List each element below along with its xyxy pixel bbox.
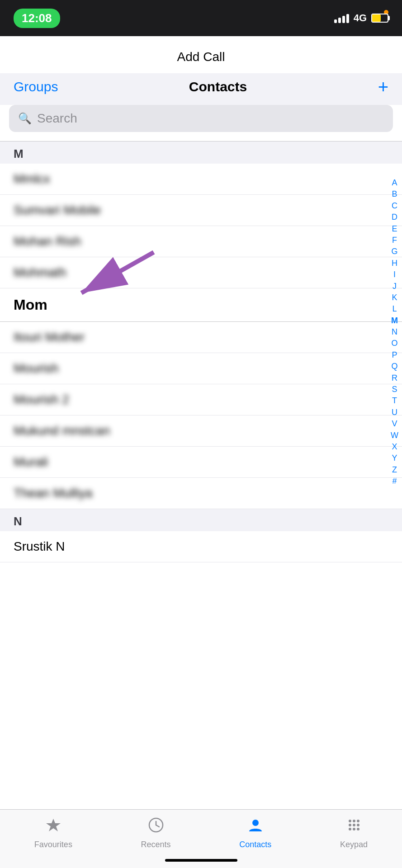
contact-list: M Mmlcx Sumvari Mobile Mohan Rish Mohmat… [0,142,402,809]
alpha-h[interactable]: H [392,258,397,269]
alpha-p[interactable]: P [392,350,397,360]
status-bar: 12:08 4G [0,0,402,36]
alpha-y[interactable]: Y [392,453,397,463]
list-item[interactable]: Mukund mnstcan [0,415,402,447]
clock-icon [148,817,164,837]
tab-keypad-label: Keypad [340,840,368,849]
alpha-a[interactable]: A [392,178,397,188]
list-item[interactable]: Mohan Rish [0,226,402,257]
search-placeholder: Search [37,111,77,126]
alphabet-index: A B C D E F G H I J K L M N O P Q R S T … [391,178,398,487]
alpha-e[interactable]: E [392,224,397,234]
contacts-title: Contacts [189,79,247,94]
search-bar[interactable]: 🔍 Search [9,105,393,132]
tab-keypad[interactable]: Keypad [340,817,368,849]
alpha-z[interactable]: Z [392,465,397,475]
alpha-r[interactable]: R [392,373,397,383]
alpha-j[interactable]: J [393,281,397,292]
list-item[interactable]: Itouri Mother [0,322,402,353]
add-contact-button[interactable]: + [378,78,388,96]
list-item[interactable]: Sumvari Mobile [0,195,402,226]
alpha-f[interactable]: F [392,235,397,245]
alpha-k[interactable]: K [392,292,397,303]
signal-bars [334,13,349,23]
svg-point-8 [353,820,355,822]
svg-point-9 [357,820,359,822]
tab-contacts[interactable]: Contacts [239,817,271,849]
svg-point-15 [357,828,359,830]
alpha-i[interactable]: I [393,269,396,280]
list-item[interactable]: Mourish 2 [0,384,402,415]
battery-fill [372,14,381,22]
list-item[interactable]: Thean Mulliya [0,478,402,509]
status-time: 12:08 [14,9,60,28]
alpha-t[interactable]: T [392,396,397,406]
tab-favourites[interactable]: Favourites [34,817,72,849]
alpha-c[interactable]: C [392,201,397,211]
alpha-o[interactable]: O [391,338,397,349]
tab-contacts-label: Contacts [239,840,271,849]
alpha-n[interactable]: N [392,327,397,337]
svg-marker-2 [46,819,61,831]
alpha-hash[interactable]: # [392,476,397,486]
tab-recents[interactable]: Recents [141,817,171,849]
svg-point-6 [252,820,259,826]
alpha-b[interactable]: B [392,189,397,199]
svg-point-7 [349,820,351,822]
keypad-icon [346,817,362,837]
svg-point-13 [349,828,351,830]
section-header-n: N [0,509,402,531]
list-item[interactable]: Mohmath [0,257,402,288]
svg-point-14 [353,828,355,830]
person-icon [247,817,264,837]
tab-recents-label: Recents [141,840,171,849]
section-header-m: M [0,142,402,164]
list-item[interactable]: Mourish [0,353,402,384]
svg-line-5 [156,825,159,827]
alpha-u[interactable]: U [392,407,397,418]
svg-point-11 [353,824,355,826]
mom-contact-item[interactable]: Mom [0,288,402,322]
alpha-l[interactable]: L [392,304,397,314]
svg-point-12 [357,824,359,826]
main-content: Add Call Groups Contacts + 🔍 Search M Mm… [0,36,402,809]
star-icon [45,817,61,837]
list-item[interactable]: Mmlcx [0,164,402,195]
alpha-d[interactable]: D [392,212,397,222]
battery [371,14,388,23]
alpha-q[interactable]: Q [391,361,397,372]
contacts-nav: Groups Contacts + [0,73,402,105]
list-item-srustik[interactable]: Srustik N [0,531,402,562]
tab-favourites-label: Favourites [34,840,72,849]
search-icon: 🔍 [18,112,32,125]
alpha-v[interactable]: V [392,419,397,429]
groups-button[interactable]: Groups [14,79,58,94]
add-call-header: Add Call [0,36,402,73]
home-indicator [165,859,237,862]
list-item[interactable]: Murali [0,447,402,478]
svg-point-10 [349,824,351,826]
alpha-s[interactable]: S [392,384,397,395]
alpha-g[interactable]: G [391,246,397,257]
alpha-m[interactable]: M [391,316,398,326]
status-icons: 4G [334,12,388,24]
signal-4g: 4G [354,12,367,24]
alpha-w[interactable]: W [391,430,398,441]
alpha-x[interactable]: X [392,442,397,452]
